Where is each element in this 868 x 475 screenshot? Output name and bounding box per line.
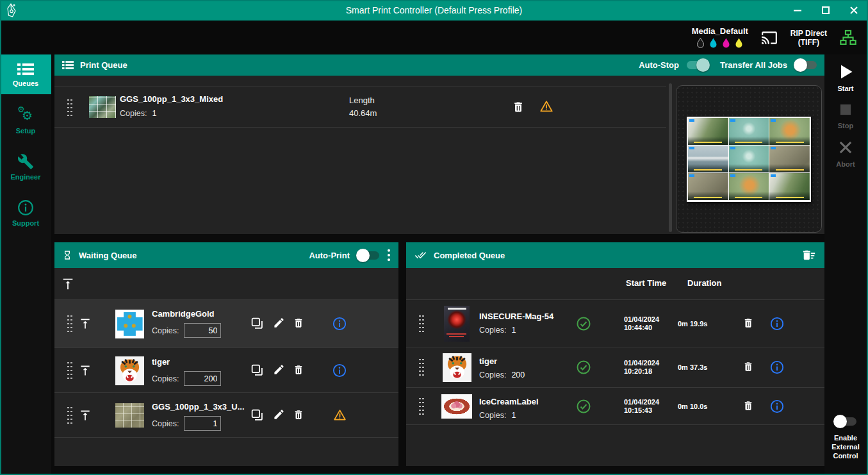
job-thumbnail (444, 306, 470, 342)
copies-input[interactable] (184, 371, 221, 386)
ink-drop-black-icon (696, 37, 705, 49)
stop-button[interactable]: Stop (824, 101, 867, 130)
completed-check-icon (576, 316, 591, 334)
info-icon[interactable] (770, 317, 784, 331)
hourglass-icon (62, 249, 72, 261)
warning-icon[interactable] (332, 408, 347, 422)
info-icon[interactable] (332, 317, 347, 331)
gears-icon: ⚙⚙ (17, 107, 34, 124)
maximize-button[interactable] (812, 0, 840, 21)
print-queue-title: Print Queue (80, 60, 127, 70)
job-name: tiger (479, 356, 497, 366)
sidebar-item-support[interactable]: Support (0, 193, 51, 233)
job-thumbnail (89, 96, 116, 118)
print-queue-scrollbar[interactable] (669, 83, 672, 232)
delete-job-button[interactable] (742, 317, 754, 329)
job-thumbnail (441, 394, 472, 419)
copies-label: Copies: (152, 419, 179, 428)
drag-handle-icon[interactable] (418, 358, 425, 377)
preview-tile (769, 173, 810, 200)
copies-input[interactable] (184, 323, 221, 338)
job-name: tiger (152, 357, 170, 367)
abort-x-icon (837, 138, 855, 156)
support-info-icon (17, 199, 34, 216)
info-icon[interactable] (770, 360, 784, 374)
preview-tile (769, 118, 810, 145)
rip-mode: RIP Direct (TIFF) (790, 29, 827, 47)
delete-job-button[interactable] (512, 100, 525, 114)
copies-label: Copies: (120, 109, 147, 118)
start-time-value: 01/04/2024 10:15:43 (624, 398, 659, 415)
transfer-all-toggle[interactable] (795, 61, 817, 69)
move-to-top-button[interactable] (79, 317, 92, 331)
auto-stop-toggle[interactable] (687, 61, 708, 69)
drag-handle-icon[interactable] (418, 397, 425, 416)
sidebar-item-queues[interactable]: Queues (0, 54, 51, 94)
drag-handle-icon[interactable] (67, 361, 73, 380)
clear-completed-button[interactable] (801, 248, 817, 262)
edit-job-button[interactable] (273, 363, 285, 376)
edit-job-button[interactable] (273, 408, 285, 421)
warning-icon[interactable] (539, 99, 554, 113)
delete-job-button[interactable] (293, 363, 304, 376)
length-label: Length (349, 94, 377, 107)
kebab-menu-icon[interactable] (387, 248, 391, 262)
info-icon[interactable] (770, 399, 784, 413)
drag-handle-icon[interactable] (67, 314, 73, 333)
drag-handle-icon[interactable] (67, 406, 73, 425)
delete-job-button[interactable] (742, 360, 754, 373)
preview-tile (729, 146, 769, 172)
auto-print-toggle[interactable] (357, 251, 379, 260)
minimize-button[interactable] (783, 0, 812, 21)
waiting-job-row: CambridgeGold Copies: (54, 300, 398, 348)
transfer-all-label: Transfer All Jobs (720, 60, 787, 70)
completed-check-icon (576, 360, 591, 378)
app-window: Smart Print Controller (Default Press Pr… (0, 0, 868, 475)
completed-check-icon (576, 399, 591, 417)
copies-label: Copies: (479, 371, 506, 379)
job-name: GGS_100pp_1_3x3_Mixed (120, 94, 223, 104)
waiting-job-row: GGS_100pp_1_3x3_U... Copies: (54, 393, 398, 438)
move-to-top-button[interactable] (79, 408, 92, 422)
print-queue-icon (62, 60, 74, 70)
titlebar: Smart Print Controller (Default Press Pr… (0, 0, 868, 21)
drag-handle-icon[interactable] (67, 98, 73, 117)
duplicate-job-button[interactable] (250, 408, 264, 422)
job-name: GGS_100pp_1_3x3_U... (152, 402, 245, 412)
sidebar-item-setup[interactable]: ⚙⚙ Setup (0, 101, 51, 140)
duplicate-job-button[interactable] (250, 317, 264, 330)
job-name: INSECURE-Mag-54 (479, 312, 553, 321)
move-all-to-top-button[interactable] (61, 276, 75, 292)
edit-job-button[interactable] (273, 317, 285, 329)
info-icon[interactable] (332, 363, 347, 378)
play-icon (837, 63, 855, 81)
completed-job-row: INSECURE-Mag-54 Copies: 1 01/04/2024 10:… (406, 300, 824, 347)
status-bar: Media_Default RIP Direct (TIFF) (0, 21, 868, 54)
ink-drop-magenta-icon (721, 37, 731, 49)
start-time-column-header: Start Time (626, 278, 666, 288)
window-title: Smart Print Controller (Default Press Pr… (0, 5, 868, 15)
completed-queue-header: Completed Queue (406, 242, 824, 268)
delete-job-button[interactable] (293, 408, 304, 421)
external-control-label: Enable External Control (831, 433, 859, 460)
job-thumbnail (115, 356, 144, 385)
drag-handle-icon[interactable] (418, 314, 425, 333)
copies-value: 1 (511, 411, 516, 420)
copies-input[interactable] (184, 416, 221, 431)
copies-value: 1 (511, 326, 516, 335)
print-queue-header: Print Queue Auto-Stop Transfer All Jobs (54, 54, 824, 76)
external-control-toggle[interactable] (835, 417, 856, 426)
delete-job-button[interactable] (742, 399, 754, 412)
move-to-top-button[interactable] (79, 363, 92, 378)
start-button[interactable]: Start (824, 62, 867, 93)
copies-value: 1 (152, 109, 156, 118)
sidebar-item-engineer[interactable]: Engineer (0, 147, 51, 187)
close-button[interactable] (840, 0, 868, 21)
preview-tile (688, 118, 728, 145)
start-time-value: 01/04/2024 10:44:40 (624, 315, 659, 332)
delete-job-button[interactable] (293, 317, 304, 329)
abort-button[interactable]: Abort (824, 138, 867, 169)
cast-icon[interactable] (760, 29, 779, 46)
network-icon[interactable] (839, 29, 858, 47)
duplicate-job-button[interactable] (250, 363, 264, 377)
